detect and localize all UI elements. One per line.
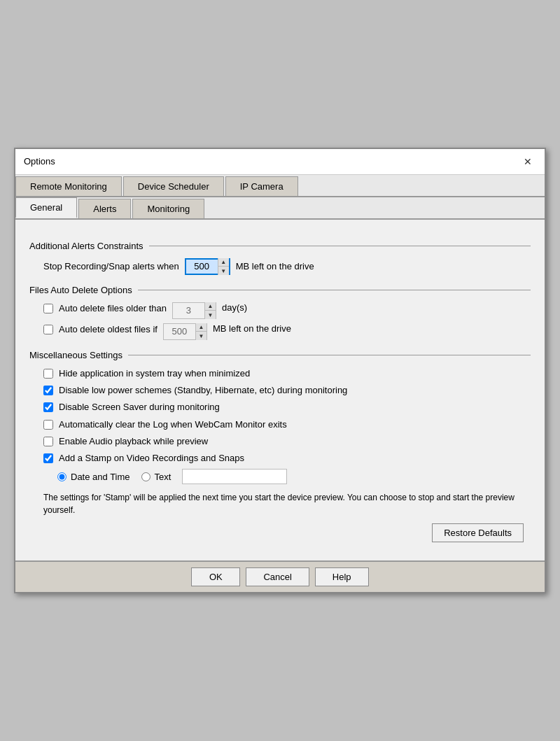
auto-delete-older-row: Auto delete files older than ▲ ▼ day(s) — [43, 302, 531, 319]
tab-ip-camera[interactable]: IP Camera — [225, 176, 298, 196]
text-radio[interactable] — [141, 472, 150, 481]
stop-recording-spin-down[interactable]: ▼ — [218, 267, 229, 275]
stop-recording-suffix: MB left on the drive — [236, 261, 314, 271]
restore-defaults-container: Restore Defaults — [29, 523, 524, 542]
enable-audio-label: Enable Audio playback while preview — [59, 435, 208, 448]
title-bar: Options ✕ — [15, 149, 545, 175]
auto-delete-older-label: Auto delete files older than — [59, 302, 167, 315]
stop-recording-row: Stop Recording/Snap alerts when ▲ ▼ MB l… — [43, 258, 531, 275]
hide-app-row: Hide application in system tray when min… — [43, 367, 531, 380]
misc-title: Miscellaneous Settings — [29, 350, 122, 360]
auto-clear-log-checkbox[interactable] — [43, 420, 53, 430]
options-window: Options ✕ Remote Monitoring Device Sched… — [14, 148, 546, 593]
add-stamp-label: Add a Stamp on Video Recordings and Snap… — [59, 452, 244, 465]
tab-device-scheduler[interactable]: Device Scheduler — [123, 176, 224, 196]
date-time-radio[interactable] — [57, 472, 66, 481]
auto-delete-oldest-spin-arrows: ▲ ▼ — [195, 323, 206, 340]
tabs-row2: General Alerts Monitoring — [15, 197, 545, 220]
restore-defaults-button[interactable]: Restore Defaults — [432, 523, 524, 542]
auto-clear-log-row: Automatically clear the Log when WebCam … — [43, 418, 531, 431]
auto-delete-older-spin-down[interactable]: ▼ — [205, 311, 216, 319]
cancel-button[interactable]: Cancel — [246, 567, 309, 586]
date-time-label: Date and Time — [71, 472, 130, 482]
disable-screen-saver-label: Disable Screen Saver during monitoring — [59, 401, 220, 414]
add-stamp-row: Add a Stamp on Video Recordings and Snap… — [43, 452, 531, 465]
tab-monitoring[interactable]: Monitoring — [132, 199, 204, 218]
tab-general[interactable]: General — [15, 197, 77, 218]
auto-delete-oldest-spinbox: ▲ ▼ — [163, 323, 207, 340]
stop-recording-label: Stop Recording/Snap alerts when — [43, 261, 179, 271]
additional-alerts-title: Additional Alerts Constraints — [29, 241, 144, 251]
text-option: Text — [141, 472, 172, 482]
auto-delete-oldest-row: Auto delete oldest files if ▲ ▼ MB left … — [43, 323, 531, 340]
auto-clear-log-label: Automatically clear the Log when WebCam … — [59, 418, 287, 431]
stop-recording-input[interactable] — [186, 260, 218, 274]
auto-delete-oldest-spin-down[interactable]: ▼ — [196, 332, 206, 340]
window-title: Options — [24, 156, 55, 167]
main-content: Additional Alerts Constraints Stop Recor… — [15, 220, 545, 560]
help-button[interactable]: Help — [315, 567, 369, 586]
disable-screen-saver-row: Disable Screen Saver during monitoring — [43, 401, 531, 414]
hide-app-checkbox[interactable] — [43, 369, 53, 379]
close-button[interactable]: ✕ — [519, 155, 536, 169]
section-divider — [149, 246, 531, 246]
ok-button[interactable]: OK — [191, 567, 240, 586]
stop-recording-spinbox: ▲ ▼ — [185, 258, 230, 275]
auto-delete-older-checkbox[interactable] — [43, 304, 53, 313]
stamp-options-row: Date and Time Text — [57, 469, 531, 484]
auto-delete-older-spinbox: ▲ ▼ — [172, 302, 216, 319]
add-stamp-checkbox[interactable] — [43, 453, 53, 463]
section-divider2 — [138, 290, 531, 290]
auto-delete-oldest-checkbox[interactable] — [43, 325, 53, 334]
disable-low-power-label: Disable low power schemes (Standby, Hibe… — [59, 384, 347, 397]
auto-delete-older-spin-arrows: ▲ ▼ — [204, 302, 216, 319]
auto-delete-oldest-input[interactable] — [164, 324, 195, 339]
footer: OK Cancel Help — [15, 560, 545, 592]
tab-remote-monitoring[interactable]: Remote Monitoring — [15, 176, 122, 196]
auto-delete-oldest-suffix: MB left on the drive — [213, 323, 291, 334]
auto-delete-older-spin-up[interactable]: ▲ — [205, 302, 216, 311]
hide-app-label: Hide application in system tray when min… — [59, 367, 250, 380]
auto-delete-older-input[interactable] — [173, 303, 204, 318]
section-divider3 — [128, 355, 531, 355]
disable-screen-saver-checkbox[interactable] — [43, 402, 53, 412]
disable-low-power-checkbox[interactable] — [43, 386, 53, 395]
auto-delete-oldest-label: Auto delete oldest files if — [59, 323, 158, 336]
stop-recording-spin-up[interactable]: ▲ — [218, 258, 229, 267]
tabs-row1: Remote Monitoring Device Scheduler IP Ca… — [15, 175, 545, 197]
auto-delete-older-suffix: day(s) — [222, 302, 247, 313]
stamp-info-text: The settings for 'Stamp' will be applied… — [43, 491, 517, 516]
auto-delete-oldest-spin-up[interactable]: ▲ — [196, 323, 206, 332]
text-radio-label: Text — [155, 472, 172, 482]
enable-audio-row: Enable Audio playback while preview — [43, 435, 531, 448]
additional-alerts-section-header: Additional Alerts Constraints — [29, 241, 531, 251]
stop-recording-spin-arrows: ▲ ▼ — [218, 258, 229, 275]
tab-alerts[interactable]: Alerts — [78, 199, 131, 218]
date-time-option: Date and Time — [57, 472, 130, 482]
misc-section-header: Miscellaneous Settings — [29, 350, 531, 360]
stamp-text-input[interactable] — [182, 469, 287, 484]
files-auto-delete-section-header: Files Auto Delete Options — [29, 285, 531, 295]
enable-audio-checkbox[interactable] — [43, 437, 53, 446]
disable-low-power-row: Disable low power schemes (Standby, Hibe… — [43, 384, 531, 397]
files-auto-delete-title: Files Auto Delete Options — [29, 285, 132, 295]
